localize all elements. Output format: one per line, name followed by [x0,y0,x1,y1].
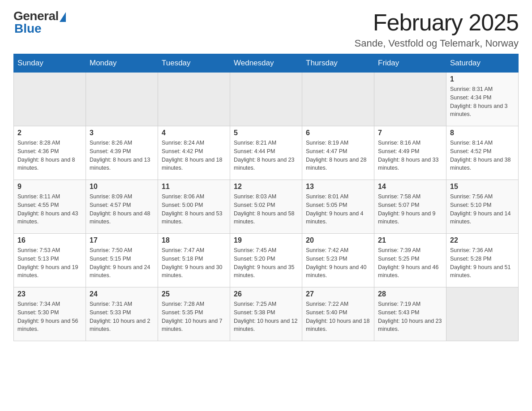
day-info: Sunrise: 8:14 AM Sunset: 4:52 PM Dayligh… [450,139,515,172]
calendar-day-cell: 19Sunrise: 7:45 AM Sunset: 5:20 PM Dayli… [230,234,302,287]
day-number: 23 [17,290,82,298]
calendar-day-cell: 13Sunrise: 8:01 AM Sunset: 5:05 PM Dayli… [302,180,374,234]
calendar-day-cell: 16Sunrise: 7:53 AM Sunset: 5:13 PM Dayli… [14,234,86,287]
calendar-day-cell: 11Sunrise: 8:06 AM Sunset: 5:00 PM Dayli… [158,180,230,234]
calendar-day-cell: 18Sunrise: 7:47 AM Sunset: 5:18 PM Dayli… [158,234,230,287]
day-info: Sunrise: 7:34 AM Sunset: 5:30 PM Dayligh… [17,300,82,334]
calendar-day-cell: 4Sunrise: 8:24 AM Sunset: 4:42 PM Daylig… [158,126,230,180]
day-info: Sunrise: 7:47 AM Sunset: 5:18 PM Dayligh… [162,246,226,280]
calendar-day-cell: 12Sunrise: 8:03 AM Sunset: 5:02 PM Dayli… [230,180,302,234]
calendar-day-cell [230,73,302,126]
month-title: February 2025 [355,9,519,36]
calendar-header-wednesday: Wednesday [230,54,302,73]
calendar-header-monday: Monday [86,54,158,73]
day-info: Sunrise: 7:31 AM Sunset: 5:33 PM Dayligh… [90,300,154,334]
day-info: Sunrise: 7:39 AM Sunset: 5:25 PM Dayligh… [378,246,442,280]
calendar-day-cell: 27Sunrise: 7:22 AM Sunset: 5:40 PM Dayli… [302,287,374,341]
day-info: Sunrise: 8:19 AM Sunset: 4:47 PM Dayligh… [306,139,370,172]
calendar-day-cell [302,73,374,126]
day-info: Sunrise: 8:03 AM Sunset: 5:02 PM Dayligh… [234,193,298,226]
calendar-day-cell: 14Sunrise: 7:58 AM Sunset: 5:07 PM Dayli… [374,180,446,234]
day-number: 12 [234,183,298,191]
calendar-day-cell: 6Sunrise: 8:19 AM Sunset: 4:47 PM Daylig… [302,126,374,180]
calendar-day-cell: 10Sunrise: 8:09 AM Sunset: 4:57 PM Dayli… [86,180,158,234]
day-info: Sunrise: 8:31 AM Sunset: 4:34 PM Dayligh… [450,85,515,119]
calendar-day-cell: 20Sunrise: 7:42 AM Sunset: 5:23 PM Dayli… [302,234,374,287]
calendar-day-cell [14,73,86,126]
calendar-header-tuesday: Tuesday [158,54,230,73]
day-info: Sunrise: 8:21 AM Sunset: 4:44 PM Dayligh… [234,139,298,172]
day-number: 3 [90,129,154,137]
day-number: 16 [17,236,82,244]
calendar-day-cell: 3Sunrise: 8:26 AM Sunset: 4:39 PM Daylig… [86,126,158,180]
calendar-header-row: SundayMondayTuesdayWednesdayThursdayFrid… [14,54,519,73]
calendar-day-cell: 5Sunrise: 8:21 AM Sunset: 4:44 PM Daylig… [230,126,302,180]
day-number: 28 [378,290,442,298]
day-info: Sunrise: 7:56 AM Sunset: 5:10 PM Dayligh… [450,193,515,226]
day-info: Sunrise: 7:19 AM Sunset: 5:43 PM Dayligh… [378,300,442,334]
calendar-table: SundayMondayTuesdayWednesdayThursdayFrid… [13,54,519,341]
day-info: Sunrise: 7:58 AM Sunset: 5:07 PM Dayligh… [378,193,442,226]
logo-triangle-icon [60,12,66,22]
calendar-header-saturday: Saturday [446,54,519,73]
day-info: Sunrise: 7:25 AM Sunset: 5:38 PM Dayligh… [234,300,298,334]
day-number: 25 [162,290,226,298]
calendar-week-row: 23Sunrise: 7:34 AM Sunset: 5:30 PM Dayli… [14,287,519,341]
day-number: 24 [90,290,154,298]
day-info: Sunrise: 8:28 AM Sunset: 4:36 PM Dayligh… [17,139,82,172]
calendar-day-cell: 26Sunrise: 7:25 AM Sunset: 5:38 PM Dayli… [230,287,302,341]
day-number: 18 [162,236,226,244]
day-number: 8 [450,129,515,137]
calendar-day-cell: 7Sunrise: 8:16 AM Sunset: 4:49 PM Daylig… [374,126,446,180]
day-number: 5 [234,129,298,137]
calendar-day-cell: 21Sunrise: 7:39 AM Sunset: 5:25 PM Dayli… [374,234,446,287]
calendar-header-thursday: Thursday [302,54,374,73]
day-number: 26 [234,290,298,298]
day-info: Sunrise: 7:42 AM Sunset: 5:23 PM Dayligh… [306,246,370,280]
day-info: Sunrise: 8:16 AM Sunset: 4:49 PM Dayligh… [378,139,442,172]
day-info: Sunrise: 7:50 AM Sunset: 5:15 PM Dayligh… [90,246,154,280]
calendar-week-row: 16Sunrise: 7:53 AM Sunset: 5:13 PM Dayli… [14,234,519,287]
day-info: Sunrise: 7:45 AM Sunset: 5:20 PM Dayligh… [234,246,298,280]
day-number: 27 [306,290,370,298]
day-info: Sunrise: 8:06 AM Sunset: 5:00 PM Dayligh… [162,193,226,226]
day-number: 6 [306,129,370,137]
calendar-week-row: 1Sunrise: 8:31 AM Sunset: 4:34 PM Daylig… [14,73,519,126]
calendar-day-cell [446,287,519,341]
calendar-day-cell: 2Sunrise: 8:28 AM Sunset: 4:36 PM Daylig… [14,126,86,180]
day-number: 15 [450,183,515,191]
calendar-day-cell: 24Sunrise: 7:31 AM Sunset: 5:33 PM Dayli… [86,287,158,341]
day-info: Sunrise: 7:36 AM Sunset: 5:28 PM Dayligh… [450,246,515,280]
location-subtitle: Sande, Vestfold og Telemark, Norway [355,38,519,49]
calendar-day-cell: 22Sunrise: 7:36 AM Sunset: 5:28 PM Dayli… [446,234,519,287]
calendar-day-cell: 8Sunrise: 8:14 AM Sunset: 4:52 PM Daylig… [446,126,519,180]
calendar-header-friday: Friday [374,54,446,73]
day-info: Sunrise: 8:26 AM Sunset: 4:39 PM Dayligh… [90,139,154,172]
day-number: 17 [90,236,154,244]
day-number: 14 [378,183,442,191]
day-info: Sunrise: 8:09 AM Sunset: 4:57 PM Dayligh… [90,193,154,226]
day-info: Sunrise: 8:11 AM Sunset: 4:55 PM Dayligh… [17,193,82,226]
calendar-day-cell: 1Sunrise: 8:31 AM Sunset: 4:34 PM Daylig… [446,73,519,126]
day-info: Sunrise: 7:53 AM Sunset: 5:13 PM Dayligh… [17,246,82,280]
day-info: Sunrise: 7:28 AM Sunset: 5:35 PM Dayligh… [162,300,226,334]
calendar-day-cell [374,73,446,126]
day-number: 13 [306,183,370,191]
day-number: 19 [234,236,298,244]
day-number: 20 [306,236,370,244]
logo-blue-text: Blue [14,21,42,36]
title-section: February 2025 Sande, Vestfold og Telemar… [355,9,519,49]
calendar-day-cell [86,73,158,126]
day-number: 1 [450,75,515,83]
day-number: 4 [162,129,226,137]
calendar-week-row: 2Sunrise: 8:28 AM Sunset: 4:36 PM Daylig… [14,126,519,180]
day-info: Sunrise: 8:01 AM Sunset: 5:05 PM Dayligh… [306,193,370,226]
page-header: General Blue February 2025 Sande, Vestfo… [13,9,519,49]
day-info: Sunrise: 8:24 AM Sunset: 4:42 PM Dayligh… [162,139,226,172]
calendar-day-cell [158,73,230,126]
day-number: 2 [17,129,82,137]
logo: General Blue [13,9,66,36]
day-number: 22 [450,236,515,244]
calendar-day-cell: 9Sunrise: 8:11 AM Sunset: 4:55 PM Daylig… [14,180,86,234]
calendar-day-cell: 15Sunrise: 7:56 AM Sunset: 5:10 PM Dayli… [446,180,519,234]
